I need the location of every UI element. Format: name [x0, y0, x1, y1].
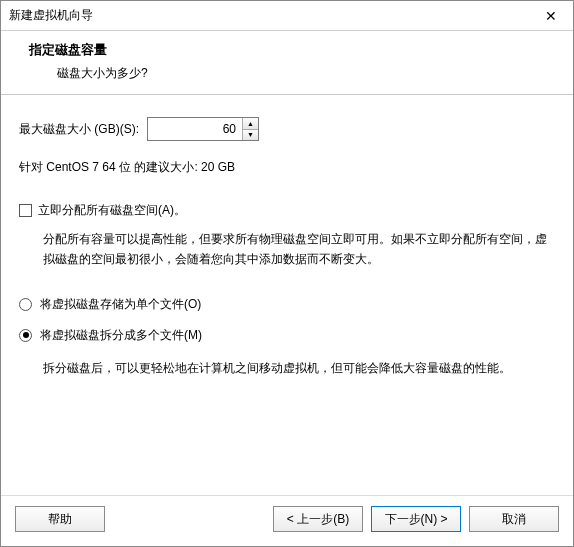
- recommended-size: 针对 CentOS 7 64 位 的建议大小: 20 GB: [19, 159, 555, 176]
- spinner-buttons: ▲ ▼: [242, 118, 258, 140]
- next-button[interactable]: 下一步(N) >: [371, 506, 461, 532]
- store-single-label: 将虚拟磁盘存储为单个文件(O): [40, 296, 201, 313]
- disk-size-label: 最大磁盘大小 (GB)(S):: [19, 121, 139, 138]
- store-split-row: 将虚拟磁盘拆分成多个文件(M): [19, 327, 555, 344]
- allocate-now-row: 立即分配所有磁盘空间(A)。: [19, 202, 555, 219]
- spinner-down[interactable]: ▼: [243, 130, 258, 141]
- titlebar: 新建虚拟机向导 ✕: [1, 1, 573, 31]
- wizard-content: 最大磁盘大小 (GB)(S): ▲ ▼ 针对 CentOS 7 64 位 的建议…: [1, 95, 573, 495]
- back-button[interactable]: < 上一步(B): [273, 506, 363, 532]
- page-title: 指定磁盘容量: [29, 41, 557, 59]
- store-single-row: 将虚拟磁盘存储为单个文件(O): [19, 296, 555, 313]
- close-icon: ✕: [545, 9, 557, 23]
- wizard-footer: 帮助 < 上一步(B) 下一步(N) > 取消: [1, 495, 573, 546]
- allocate-now-checkbox[interactable]: [19, 204, 32, 217]
- allocate-now-description: 分配所有容量可以提高性能，但要求所有物理磁盘空间立即可用。如果不立即分配所有空间…: [19, 229, 555, 270]
- close-button[interactable]: ✕: [528, 1, 573, 31]
- wizard-window: 新建虚拟机向导 ✕ 指定磁盘容量 磁盘大小为多少? 最大磁盘大小 (GB)(S)…: [0, 0, 574, 547]
- disk-size-spinner: ▲ ▼: [147, 117, 259, 141]
- wizard-header: 指定磁盘容量 磁盘大小为多少?: [1, 31, 573, 95]
- window-title: 新建虚拟机向导: [9, 7, 93, 24]
- store-split-radio[interactable]: [19, 329, 32, 342]
- cancel-button[interactable]: 取消: [469, 506, 559, 532]
- store-split-label: 将虚拟磁盘拆分成多个文件(M): [40, 327, 202, 344]
- allocate-now-label: 立即分配所有磁盘空间(A)。: [38, 202, 186, 219]
- spinner-up[interactable]: ▲: [243, 118, 258, 130]
- store-single-radio[interactable]: [19, 298, 32, 311]
- store-split-description: 拆分磁盘后，可以更轻松地在计算机之间移动虚拟机，但可能会降低大容量磁盘的性能。: [19, 358, 555, 378]
- disk-size-row: 最大磁盘大小 (GB)(S): ▲ ▼: [19, 117, 555, 141]
- help-button[interactable]: 帮助: [15, 506, 105, 532]
- page-subtitle: 磁盘大小为多少?: [29, 65, 557, 82]
- disk-size-input[interactable]: [148, 118, 242, 140]
